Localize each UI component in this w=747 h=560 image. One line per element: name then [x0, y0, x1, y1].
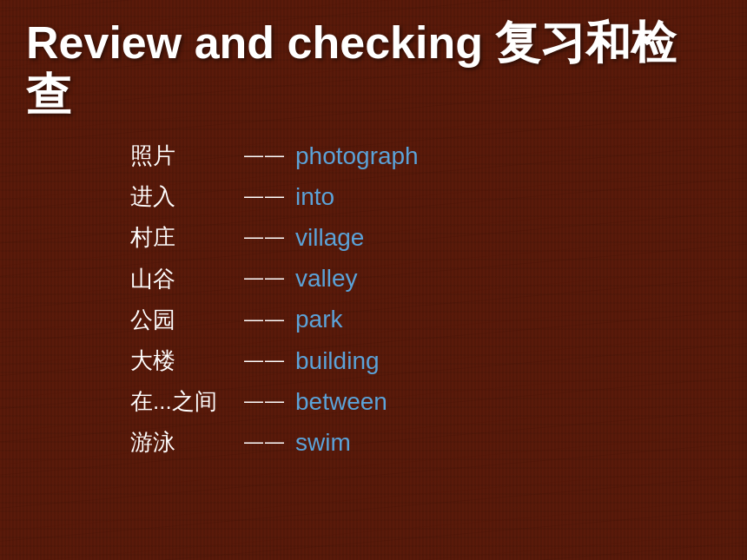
chinese-word: 进入 — [130, 181, 235, 212]
dash-separator: —— — [235, 347, 295, 374]
dash-separator: —— — [235, 224, 295, 251]
english-word: building — [295, 344, 380, 378]
english-word: swim — [295, 425, 351, 459]
content-area: Review and checking 复习和检查 照片——photograph… — [0, 0, 747, 484]
chinese-word: 村庄 — [130, 221, 235, 253]
dash-separator: —— — [235, 388, 295, 415]
dash-separator: —— — [235, 142, 295, 169]
dash-separator: —— — [235, 183, 295, 210]
vocab-row: 村庄——village — [130, 221, 721, 254]
chinese-word: 大楼 — [130, 345, 235, 376]
dash-separator: —— — [235, 429, 295, 456]
chinese-word: 公园 — [130, 304, 235, 335]
english-word: between — [295, 385, 387, 418]
chinese-word: 游泳 — [130, 426, 235, 458]
vocab-row: 在...之间——between — [130, 385, 721, 418]
vocab-row: 游泳——swim — [130, 425, 721, 459]
main-background: Review and checking 复习和检查 照片——photograph… — [0, 0, 747, 560]
dash-separator: —— — [235, 265, 295, 292]
vocab-table: 照片——photograph进入——into村庄——village山谷——val… — [130, 139, 721, 460]
vocab-row: 大楼——building — [130, 344, 721, 378]
vocab-row: 公园——park — [130, 302, 721, 336]
english-word: photograph — [295, 139, 419, 173]
dash-separator: —— — [235, 306, 295, 333]
page-title: Review and checking 复习和检查 — [26, 17, 721, 122]
chinese-word: 照片 — [130, 140, 235, 171]
english-word: into — [295, 180, 334, 214]
vocab-row: 进入——into — [130, 180, 721, 214]
vocab-row: 照片——photograph — [130, 139, 721, 173]
english-word: valley — [295, 261, 358, 295]
chinese-word: 在...之间 — [130, 385, 235, 417]
chinese-word: 山谷 — [130, 263, 235, 294]
vocab-row: 山谷——valley — [130, 261, 721, 295]
english-word: park — [295, 302, 342, 336]
title-english: Review and checking — [26, 17, 483, 68]
english-word: village — [295, 221, 364, 254]
